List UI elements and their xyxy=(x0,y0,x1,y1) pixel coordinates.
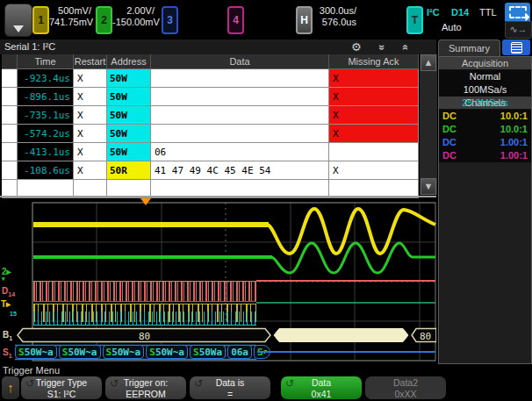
bus-value: 80 xyxy=(139,331,150,342)
softkey-value: 0x41 xyxy=(281,389,362,400)
channel3-badge[interactable]: 3 xyxy=(162,6,178,34)
trigger-source: D14 xyxy=(451,7,469,18)
decode-packet: S50Wa xyxy=(190,345,226,359)
row-missing-ack xyxy=(329,143,419,161)
softkey-trigger-type[interactable]: ↺ Trigger Type S1: I²C xyxy=(21,376,102,399)
d14-digital-waveform xyxy=(33,281,256,302)
channel1-scale: 500mV/ xyxy=(49,5,91,17)
table-row[interactable]: -413.1us X 50W 06 xyxy=(2,143,419,161)
channel2-settings[interactable]: 2.00V/ -150.00mV xyxy=(112,5,155,28)
bus-value-right: 80 xyxy=(420,331,431,342)
row-address: 50W xyxy=(107,88,151,105)
zoom-select-button[interactable] xyxy=(505,3,530,21)
channel1-settings[interactable]: 500mV/ 741.75mV xyxy=(49,5,91,28)
softkey-label: Data2 xyxy=(365,377,446,389)
row-restart: X xyxy=(74,143,107,161)
row-missing-ack: X xyxy=(329,88,419,105)
serial-idle-line xyxy=(257,351,435,353)
bus1-label[interactable]: B1 xyxy=(3,331,12,343)
channels-header: Channels xyxy=(439,97,531,110)
col-restart: Restart xyxy=(74,54,107,68)
row-missing-ack: X xyxy=(329,161,419,179)
row-time: -896.1us xyxy=(18,88,74,105)
scroll-up-button[interactable]: ▲ xyxy=(421,54,436,71)
row-time: -574.2us xyxy=(18,125,74,142)
softkey-value: 0xXX xyxy=(365,389,446,400)
d14-channel-label[interactable]: D14 xyxy=(2,287,15,299)
row-address: 50W xyxy=(107,69,151,87)
softkey-trigger-on[interactable]: ↺ Trigger on: EEPROM xyxy=(105,376,186,399)
col-address: Address xyxy=(107,54,151,68)
tab-summary[interactable]: Summary xyxy=(438,39,500,56)
table-row[interactable]: -735.1us X 50W X xyxy=(2,106,419,125)
table-row[interactable]: -574.2us X 50W X xyxy=(2,125,419,143)
waveform-tool-button[interactable]: ∿→ xyxy=(505,21,532,39)
softkey-data[interactable]: ↺ Data 0x41 xyxy=(281,376,362,399)
scl-digital-waveform xyxy=(33,311,256,326)
serial-decode-table: Time Restart Address Data Missing Ack -9… xyxy=(2,54,419,198)
back-menu-button[interactable] xyxy=(4,4,32,37)
lister-toolbar: ⚙ » » xyxy=(351,39,408,54)
horizontal-badge[interactable]: H xyxy=(296,6,313,34)
decode-packet: S50W~a xyxy=(15,345,57,359)
softkey-data-is[interactable]: ↺ Data is = xyxy=(190,376,270,399)
knob-icon: ↺ xyxy=(194,378,203,390)
trigger-mode: Auto xyxy=(442,22,462,32)
row-address: 50W xyxy=(107,125,151,142)
channel2-offset: -150.00mV xyxy=(112,17,155,28)
trigger-position-marker[interactable] xyxy=(140,198,151,205)
table-row[interactable]: -896.1us X 50W X xyxy=(2,88,419,106)
summary-sidebar: Summary Acquisition Normal 100MSa/s 25.0… xyxy=(438,39,532,364)
decode-packet: S50W~a xyxy=(103,345,145,359)
summary-panel: Acquisition Normal 100MSa/s 25.0MSa/s Ch… xyxy=(438,56,532,364)
decode-packet: 06a xyxy=(227,345,252,359)
channel1-badge[interactable]: 1 xyxy=(32,6,49,34)
gear-icon[interactable]: ⚙ xyxy=(351,40,362,54)
col-data: Data xyxy=(151,54,329,68)
row-data xyxy=(151,88,329,105)
trigger-level-marker[interactable]: T▸ xyxy=(1,300,11,309)
row-data: 06 xyxy=(151,143,329,161)
softkey-value: = xyxy=(190,389,270,400)
d15-channel-label[interactable]: 15 xyxy=(10,310,17,319)
knob-icon: ↺ xyxy=(285,378,294,390)
softkey-value: S1: I²C xyxy=(21,389,102,400)
decode-packet: S50W~a xyxy=(146,345,188,359)
channel3-summary: DC1.00:1 xyxy=(439,136,531,149)
menu-title: Trigger Menu xyxy=(3,365,60,376)
channel2-badge[interactable]: 2 xyxy=(96,6,112,34)
col-time: Time xyxy=(18,54,74,68)
menu-up-button[interactable]: ↑ xyxy=(2,376,19,399)
col-missing-ack: Missing Ack xyxy=(329,54,419,68)
row-address: 50W xyxy=(107,143,151,161)
channel2-ground-marker[interactable]: 2▸▾ xyxy=(2,268,11,281)
decode-packet: S50W~a xyxy=(59,345,101,359)
knob-icon: ↺ xyxy=(110,378,119,390)
channel4-summary: DC1.00:1 xyxy=(439,149,531,162)
row-time: -413.1us xyxy=(18,143,74,161)
acquisition-mode: Normal xyxy=(439,70,531,83)
row-address: 50R xyxy=(107,161,151,179)
row-restart: X xyxy=(74,106,107,124)
scroll-down-button[interactable]: ▼ xyxy=(421,178,436,195)
i2c-decode-strip: S50W~a S50W~a S50W~a S50W~a S50Wa 06a Sr xyxy=(15,345,257,359)
row-missing-ack: X xyxy=(329,106,419,124)
table-row[interactable]: -108.6us X 50R 41 47 49 4C 45 4E 54 X xyxy=(2,161,419,180)
table-row[interactable]: -923.4us X 50W X xyxy=(2,69,419,88)
channel4-badge[interactable]: 4 xyxy=(227,6,244,34)
trigger-badge[interactable]: T xyxy=(406,6,423,34)
row-data xyxy=(151,106,329,124)
row-missing-ack: X xyxy=(329,69,419,87)
chevron-double-down-icon[interactable]: » xyxy=(376,44,388,50)
sidebar-list-button[interactable] xyxy=(502,39,530,55)
row-address: 50W xyxy=(107,106,151,124)
row-time: -923.4us xyxy=(18,69,74,87)
chevron-double-up-icon[interactable]: » xyxy=(399,44,412,50)
horizontal-settings[interactable]: 300.0us/ 576.0us xyxy=(314,5,356,28)
serial1-label[interactable]: S1 xyxy=(3,348,12,361)
table-scrollbar[interactable]: ▲ ▼ xyxy=(419,54,437,195)
analog-sample-rate: 100MSa/s xyxy=(464,84,507,95)
row-data xyxy=(151,125,329,142)
channel1-offset: 741.75mV xyxy=(49,17,91,28)
wave-arrow-icon: ∿→ xyxy=(509,24,527,34)
